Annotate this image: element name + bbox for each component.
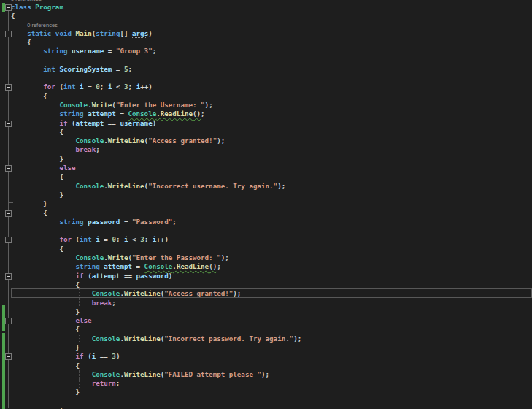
code-token [11, 272, 76, 280]
code-token: "Password" [132, 218, 172, 226]
fold-toggle[interactable] [5, 121, 12, 127]
fold-toggle[interactable] [5, 210, 12, 217]
code-token [11, 101, 59, 109]
code-token: ++) [140, 83, 153, 91]
code-token: ; [100, 83, 108, 91]
code-token: ) [169, 272, 173, 280]
code-line[interactable]: string password = "Password"; [11, 218, 532, 226]
code-line[interactable]: { [11, 209, 532, 218]
fold-toggle[interactable] [5, 237, 12, 243]
code-line[interactable]: if (attempt == password) [11, 272, 532, 280]
code-token: ReadLine [177, 262, 209, 270]
code-line[interactable]: if (attempt == username) [11, 119, 532, 128]
code-token: string [59, 110, 88, 118]
code-line[interactable]: string attempt = Console.ReadLine(); [11, 110, 532, 118]
code-token: string [59, 218, 88, 226]
fold-toggle[interactable] [5, 165, 12, 172]
fold-toggle[interactable] [5, 4, 12, 11]
code-line[interactable]: class Program [11, 3, 532, 12]
code-editor[interactable]: 0 referencesclass Program{0 references s… [0, 0, 532, 409]
code-line[interactable]: { [11, 12, 532, 20]
code-line[interactable]: static void Main(string[] args) [11, 29, 532, 38]
code-line[interactable]: for (int i = 0; i < 3; i++) [11, 235, 532, 244]
code-line[interactable]: } [11, 155, 532, 164]
code-line[interactable]: Console.Write("Enter the Password: "); [11, 253, 532, 262]
code-token: args [132, 29, 148, 37]
code-line[interactable]: { [11, 172, 532, 181]
code-token: ); [233, 289, 241, 297]
code-line[interactable]: { [11, 92, 532, 101]
code-line[interactable]: else [11, 164, 532, 172]
code-line[interactable] [11, 56, 532, 64]
code-token: int [80, 235, 96, 243]
fold-toggle[interactable] [5, 318, 12, 324]
code-line[interactable]: Console.WriteLine("Incorrect username. T… [11, 182, 532, 191]
code-token: if [59, 119, 72, 127]
code-line[interactable]: int ScoringSystem = 5; [11, 65, 532, 74]
code-line[interactable]: } [11, 406, 532, 409]
code-token: . [104, 137, 108, 145]
code-token: for [43, 83, 59, 91]
code-token [11, 218, 59, 226]
code-line[interactable]: break; [11, 145, 532, 154]
codelens-label[interactable]: 0 references [27, 22, 58, 28]
code-token [11, 299, 92, 307]
code-line[interactable]: Console.WriteLine("FAILED attempt please… [11, 370, 532, 379]
code-line[interactable] [11, 74, 532, 83]
code-line[interactable]: Console.WriteLine("Access granted!"); [11, 137, 532, 145]
fold-toggle[interactable] [5, 84, 12, 91]
code-line[interactable]: Console.Write("Enter the Username: "); [11, 101, 532, 110]
fold-toggle[interactable] [5, 31, 12, 37]
code-token [11, 145, 76, 153]
code-line[interactable]: Console.WriteLine("Access granted!"); [11, 289, 532, 298]
code-line[interactable] [11, 397, 532, 406]
code-line[interactable]: { [11, 280, 532, 289]
code-token: ); [293, 335, 301, 343]
code-line[interactable]: } [11, 388, 532, 397]
code-token: WriteLine [108, 182, 144, 190]
minus-icon [7, 7, 10, 8]
code-token: Console [76, 182, 104, 190]
code-line[interactable]: { [11, 325, 532, 334]
minus-icon [7, 87, 10, 88]
minus-icon [7, 168, 10, 169]
code-token: attempt [88, 110, 120, 118]
references-codelens[interactable]: 0 references [11, 21, 532, 29]
code-line[interactable]: return; [11, 379, 532, 388]
minus-icon [7, 34, 10, 34]
code-token: "Incorrect password. Try again." [164, 335, 293, 343]
code-line[interactable]: { [11, 38, 532, 47]
code-line[interactable]: } [11, 199, 532, 208]
code-line[interactable]: for (int i = 0; i < 3; i++) [11, 83, 532, 91]
code-token: ); [261, 370, 269, 378]
code-line[interactable]: { [11, 362, 532, 370]
code-line[interactable]: } [11, 307, 532, 316]
code-line[interactable]: { [11, 245, 532, 253]
code-line[interactable] [11, 226, 532, 235]
code-line[interactable]: string username = "Group 3"; [11, 47, 532, 56]
code-token: if [76, 352, 88, 360]
fold-toggle[interactable] [5, 353, 12, 360]
code-line[interactable]: { [11, 128, 532, 137]
code-line[interactable]: } [11, 343, 532, 352]
code-area[interactable]: 0 referencesclass Program{0 references s… [11, 0, 532, 409]
code-token: Console [92, 335, 120, 343]
code-token: Write [108, 253, 128, 261]
fold-region-end-tick [9, 391, 13, 391]
code-token: Console [144, 262, 173, 270]
codelens-label[interactable]: 0 references [11, 0, 42, 2]
fold-toggle[interactable] [5, 273, 12, 280]
code-line[interactable]: string attempt = Console.ReadLine(); [11, 262, 532, 271]
code-token: ScoringSystem [59, 65, 115, 73]
code-line[interactable]: } [11, 191, 532, 199]
code-token [11, 262, 76, 270]
fold-region-end-tick [9, 158, 13, 158]
indent-guide [15, 74, 15, 83]
code-token: { [11, 92, 47, 100]
code-line[interactable]: break; [11, 299, 532, 307]
code-token: attempt [104, 262, 136, 270]
code-line[interactable]: Console.WriteLine("Incorrect password. T… [11, 335, 532, 343]
code-line[interactable]: else [11, 316, 532, 325]
code-line[interactable]: if (i == 3) [11, 352, 532, 361]
code-token: { [11, 38, 31, 46]
